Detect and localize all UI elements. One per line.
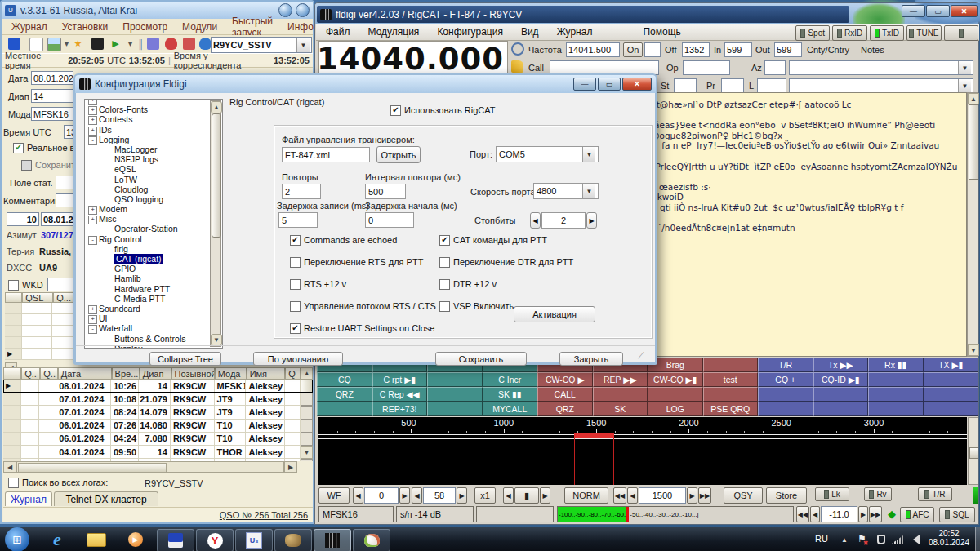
op-field[interactable] [683,60,730,75]
xml-file-field[interactable]: FT-847.xml [282,147,370,162]
log-vscroll-track[interactable] [301,393,313,406]
st-field[interactable] [674,78,697,93]
macro-button-r1c11[interactable]: Rx ▮▮ [868,358,924,372]
show-desktop-button[interactable] [975,527,980,551]
tray-language[interactable]: RU [815,534,828,544]
tree-item-operator-station[interactable]: Operator-Station [85,224,207,233]
macro-button-r2c2[interactable]: C rpt ▶▮ [372,372,428,387]
cnty-label[interactable]: Cnty/Cntry [807,45,849,55]
floppy-icon[interactable] [91,38,104,50]
log-hscrollbar[interactable] [16,461,284,473]
tree-item-ui[interactable]: +UI [85,313,207,323]
az-field[interactable] [764,60,786,75]
tree-item-soundcard[interactable]: +Soundcard [85,304,207,313]
fldigi-menu-item-4[interactable]: Журнал [557,26,593,38]
log-scroll-right[interactable]: ▶ [284,461,297,473]
tree-item-flrig[interactable]: flrig [85,244,207,254]
macro-button-r4c1[interactable] [317,402,372,416]
open-xml-button[interactable]: Открыть [376,146,421,163]
tray-clock[interactable]: 20:52 08.01.2024 [925,529,973,547]
save-button[interactable]: Сохранить [435,352,527,366]
rigcat-a-checkbox-0[interactable]: ✔Commands are echoed [290,235,436,246]
wf-range-dec[interactable]: ◀ [412,487,422,504]
taskbar-explorer-button[interactable] [78,529,114,550]
dialog-maximize-button[interactable]: ▭ [598,78,621,91]
carrier-inc[interactable]: ▶ [687,487,697,504]
wf-hold-button[interactable]: ▮ [514,487,539,504]
tree-item-cloudlog[interactable]: Cloudlog [85,184,207,194]
dropdown-icon[interactable]: ▾ [60,38,73,50]
wf-lower-value[interactable]: 0 [364,487,399,504]
band-field[interactable]: 14 [31,89,74,103]
log-vscroll-track[interactable] [301,406,313,419]
on-time-field[interactable] [644,42,661,57]
macro-button-r3c1[interactable]: QRZ [317,387,372,402]
tree-item-rig-control[interactable]: -Rig Control [85,234,207,244]
collapse-tree-button[interactable]: Collapse Tree [149,352,221,366]
rst-out-field[interactable]: 599 [774,42,802,57]
wf-shift-right[interactable]: ▶ [540,487,550,504]
rx-scrollbar[interactable]: ▲ ▼ [967,92,978,357]
tree-item-misc[interactable]: +Misc [85,214,207,224]
macro-button-r4c11[interactable] [868,402,924,416]
fldigi-menu-item-3[interactable]: Вид [521,26,539,38]
tree-item-contests[interactable]: +Contests [85,114,207,124]
tree-scroll-down[interactable]: ▼ [211,334,222,346]
tree-item-waterfall[interactable]: -Waterfall [85,323,207,333]
chevron-down-icon[interactable]: ▼ [958,79,971,92]
fldigi-menu-item-0[interactable]: Файл [326,26,350,38]
action-center-flag-icon[interactable]: ⚑✖ [858,533,871,544]
logger-menu-item-5[interactable]: Инфо [287,21,314,33]
activate-button[interactable]: Активация [514,306,595,322]
chevron-down-icon[interactable]: ▼ [958,61,971,74]
tree-item-colors-fonts[interactable]: +Colors-Fonts [85,104,207,114]
logger-maximize-button[interactable] [296,3,310,17]
tab-journal[interactable]: Журнал [5,491,52,506]
macro-button-r1c12[interactable]: TX ▶▮ [924,358,979,372]
macro-button-r4c4[interactable]: MYCALL [483,402,538,416]
date-field[interactable]: 08.01.2024 [31,71,74,85]
wf-mode-button[interactable]: WF [318,487,350,504]
taskbar-floppy-app-button[interactable] [157,529,194,551]
tree-scrollbar[interactable]: ▲ ▼ [210,100,221,347]
power-plug-icon[interactable] [877,535,885,544]
fldigi-close-button[interactable]: ✕ [951,5,978,17]
offset-dec-fast[interactable]: ◀◀ [796,506,809,522]
macro-button-r3c3[interactable] [427,387,483,402]
log-col-8[interactable]: Q [285,367,301,380]
frequency-display[interactable]: 14040.000 [318,41,508,77]
macro-button-r4c12[interactable] [924,402,979,416]
wf-range-inc[interactable]: ▶ [457,487,467,504]
waterfall-marker[interactable] [574,433,614,438]
top-button-txid[interactable]: TxID [870,25,904,41]
interval-field[interactable]: 500 [365,184,406,199]
waterfall-slider-thumb[interactable] [969,447,978,459]
tree-item-clipped[interactable]: + [85,99,207,104]
rigcat-b-checkbox-1[interactable]: Переключение DTR для PTT [439,257,573,268]
offset-inc[interactable]: ▶ [858,506,868,522]
log-vscroll-track[interactable] [301,433,313,446]
macro-button-r3c9[interactable] [758,387,813,402]
macro-button-r2c7[interactable]: CW-CQ ▶▮ [648,372,703,387]
search-all-logs-checkbox[interactable]: Поиск во всех логах: [8,478,108,488]
log-scroll-left[interactable]: ◀ [3,461,16,473]
status-mode[interactable]: MFSK16 [318,506,394,522]
on-button[interactable]: On [623,42,643,57]
chevron-down-icon[interactable]: ▼ [582,147,595,162]
tree-item-maclogger[interactable]: MacLogger [85,144,207,154]
macro-button-r3c7[interactable] [648,387,703,402]
log-row[interactable]: 07.01.202408:2414.079RK9CWJT9Aleksey Ka [3,406,313,419]
carrier-dec-fast[interactable]: ◀◀ [613,487,626,504]
log-col-1[interactable]: Q.. [40,367,57,380]
log-row[interactable]: 06.01.202407:2614.080RK9CWT10Aleksey Ka [3,420,313,433]
resize-grip[interactable]: ⟋ [638,350,651,363]
use-rigcat-checkbox[interactable]: ✔Использовать RigCAT [390,105,496,116]
wf-speed-button[interactable]: NORM [564,487,608,504]
tree-item-n3fjp-logs[interactable]: N3FJP logs [85,154,207,164]
rigcat-b-checkbox-2[interactable]: DTR +12 v [439,279,573,290]
fldigi-maximize-button[interactable]: ▭ [926,5,950,17]
macro-button-r3c2[interactable]: C Rep ◀◀ [372,387,428,402]
tree-item-qso-logging[interactable]: QSO logging [85,194,207,204]
carrier-dec[interactable]: ◀ [627,487,638,504]
macro-button-r3c4[interactable]: SK ▮▮ [483,387,538,402]
